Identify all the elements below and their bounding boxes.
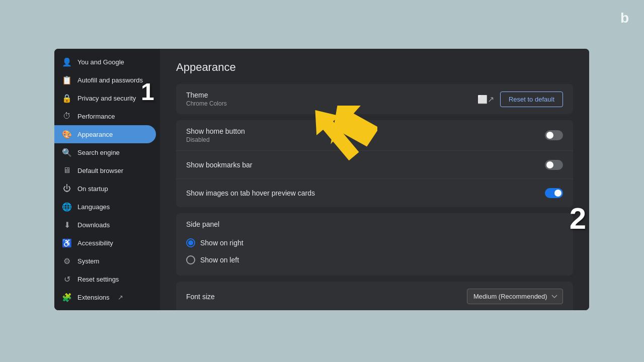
theme-external-link-icon[interactable]: ⬜↗ <box>477 95 494 104</box>
sidebar-item-appearance[interactable]: 🎨 Appearance <box>54 125 156 143</box>
sidebar-item-autofill[interactable]: 📋 Autofill and passwords <box>54 71 156 89</box>
external-link-icon-extensions: ↗ <box>118 294 123 301</box>
theme-card: Theme Chrome Colors ⬜↗ Reset to default <box>176 84 573 114</box>
show-bookmarks-bar-toggle[interactable] <box>545 160 563 170</box>
sidebar-item-accessibility[interactable]: ♿ Accessibility <box>54 234 156 252</box>
sidebar-item-languages[interactable]: 🌐 Languages <box>54 198 156 216</box>
show-images-hover-toggle-thumb <box>554 190 561 197</box>
sidebar-label-appearance: Appearance <box>77 131 113 138</box>
watermark-logo: b <box>620 10 629 26</box>
sidebar-label-search-engine: Search engine <box>77 149 120 156</box>
font-size-dropdown[interactable]: Medium (Recommended) Small Large Very La… <box>467 289 563 304</box>
sidebar-label-performance: Performance <box>77 113 115 120</box>
settings-sidebar: 👤 You and Google 📋 Autofill and password… <box>54 49 160 310</box>
main-content: Appearance Theme Chrome Colors ⬜↗ Reset … <box>160 49 589 310</box>
show-home-button-toggle-thumb <box>546 132 553 139</box>
theme-label: Theme <box>186 91 227 99</box>
sidebar-item-privacy[interactable]: 🔒 Privacy and security <box>54 89 156 107</box>
autofill-icon: 📋 <box>62 75 71 84</box>
sidebar-label-autofill: Autofill and passwords <box>77 76 143 84</box>
accessibility-icon: ♿ <box>62 238 71 247</box>
show-home-button-sub: Disabled <box>186 136 245 143</box>
sidebar-item-about-chrome[interactable]: ℹ About Chrome <box>54 306 156 310</box>
radio-show-left-circle <box>186 255 195 264</box>
show-home-button-left: Show home button Disabled <box>186 127 245 143</box>
sidebar-item-reset-settings[interactable]: ↺ Reset settings <box>54 270 156 288</box>
sidebar-item-downloads[interactable]: ⬇ Downloads <box>54 216 156 234</box>
show-bookmarks-bar-row: Show bookmarks bar <box>176 151 573 179</box>
radio-show-left-label: Show on left <box>200 256 239 264</box>
toggles-card: Show home button Disabled Show bookmarks… <box>176 120 573 207</box>
sidebar-label-default-browser: Default browser <box>77 167 123 174</box>
show-images-hover-left: Show images on tab hover preview cards <box>186 189 315 197</box>
sidebar-item-on-startup[interactable]: ⏻ On startup <box>54 179 156 198</box>
search-icon: 🔍 <box>62 148 71 157</box>
sidebar-label-you-and-google: You and Google <box>77 58 124 66</box>
font-size-label: Font size <box>186 293 215 301</box>
show-home-button-toggle[interactable] <box>545 130 563 140</box>
browser-icon: 🖥 <box>62 166 71 175</box>
reset-to-default-button[interactable]: Reset to default <box>500 92 563 107</box>
sidebar-label-system: System <box>77 257 99 265</box>
theme-sublabel: Chrome Colors <box>186 100 227 107</box>
radio-show-right[interactable]: Show on right <box>186 234 563 251</box>
radio-show-right-circle <box>186 238 195 247</box>
theme-row-right: ⬜↗ Reset to default <box>477 92 563 107</box>
globe-icon: 🌐 <box>62 202 71 211</box>
font-zoom-card: Font size Medium (Recommended) Small Lar… <box>176 282 573 310</box>
sidebar-item-extensions[interactable]: 🧩 Extensions ↗ <box>54 288 156 306</box>
theme-row-left: Theme Chrome Colors <box>186 91 227 107</box>
sidebar-item-default-browser[interactable]: 🖥 Default browser <box>54 161 156 179</box>
sidebar-label-downloads: Downloads <box>77 221 110 229</box>
chrome-settings-window: 👤 You and Google 📋 Autofill and password… <box>54 49 589 310</box>
puzzle-icon: 🧩 <box>62 293 71 302</box>
reset-icon: ↺ <box>62 275 71 284</box>
sidebar-label-extensions: Extensions <box>77 294 110 301</box>
sidebar-item-system[interactable]: ⚙ System <box>54 252 156 270</box>
sidebar-item-you-and-google[interactable]: 👤 You and Google <box>54 53 156 71</box>
sidebar-item-performance[interactable]: ⏱ Performance <box>54 107 156 125</box>
side-panel-card: Side panel Show on right Show on left <box>176 213 573 276</box>
show-bookmarks-bar-left: Show bookmarks bar <box>186 161 253 169</box>
shield-icon: 🔒 <box>62 94 71 103</box>
sidebar-label-reset-settings: Reset settings <box>77 276 119 283</box>
person-icon: 👤 <box>62 57 71 66</box>
show-images-hover-label: Show images on tab hover preview cards <box>186 189 315 197</box>
theme-row: Theme Chrome Colors ⬜↗ Reset to default <box>176 84 573 114</box>
sidebar-label-accessibility: Accessibility <box>77 239 113 247</box>
show-images-hover-toggle[interactable] <box>545 188 563 198</box>
show-bookmarks-bar-label: Show bookmarks bar <box>186 161 253 169</box>
power-icon: ⏻ <box>62 184 71 193</box>
page-title: Appearance <box>176 61 573 74</box>
sidebar-label-on-startup: On startup <box>77 185 108 193</box>
palette-icon: 🎨 <box>62 130 71 139</box>
sidebar-item-search-engine[interactable]: 🔍 Search engine <box>54 143 156 161</box>
side-panel-title: Side panel <box>186 220 563 228</box>
download-icon: ⬇ <box>62 220 71 229</box>
radio-show-left[interactable]: Show on left <box>186 251 563 268</box>
show-home-button-row: Show home button Disabled <box>176 120 573 151</box>
gauge-icon: ⏱ <box>62 112 71 121</box>
radio-show-right-label: Show on right <box>200 239 244 247</box>
sidebar-label-privacy: Privacy and security <box>77 95 136 102</box>
radio-show-right-inner <box>188 240 193 245</box>
show-home-button-label: Show home button <box>186 127 245 135</box>
system-icon: ⚙ <box>62 256 71 265</box>
font-size-row: Font size Medium (Recommended) Small Lar… <box>176 282 573 310</box>
show-images-hover-row: Show images on tab hover preview cards <box>176 179 573 207</box>
show-bookmarks-bar-toggle-thumb <box>546 161 553 168</box>
sidebar-label-languages: Languages <box>77 203 110 211</box>
